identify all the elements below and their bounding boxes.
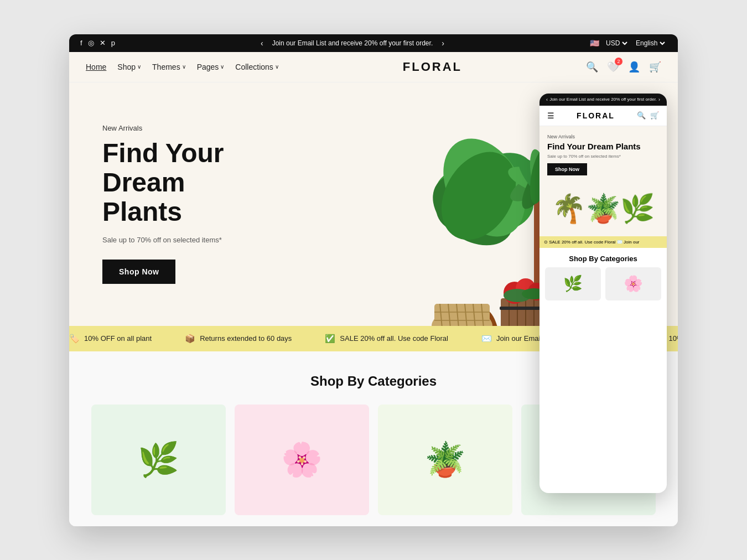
hero-title: Find Your Dream Plants [102,139,268,226]
mobile-categories-title: Shop By Categories [540,248,667,267]
facebook-icon[interactable]: f [80,39,82,47]
announcement-text: Join our Email List and receive 20% off … [272,39,433,47]
scroll-text-2: Returns extended to 60 days [200,334,292,343]
mobile-shop-btn[interactable]: Shop Now [547,163,587,175]
category-card-2[interactable]: 🌸 [235,405,369,515]
wishlist-badge: 2 [615,58,622,65]
category-plant-2: 🌸 [235,405,369,515]
pinterest-icon[interactable]: p [111,39,115,47]
scroll-text-3: SALE 20% off all. Use code Floral [340,334,448,343]
scroll-item-2: 📦 Returns extended to 60 days [185,334,292,344]
nav-item-collections[interactable]: Collections ∨ [235,63,278,71]
chevron-down-icon: ∨ [137,64,141,70]
scroll-text-5: 10% OFF on all plant [668,334,678,343]
mobile-nav-icons: 🔍 🛒 [637,111,659,120]
instagram-icon[interactable]: ◎ [88,39,94,47]
nav-item-themes[interactable]: Themes ∨ [152,63,186,71]
nav-item-pages[interactable]: Pages ∨ [197,63,225,71]
hero-subtitle: Sale up to 70% off on selected items* [102,236,268,244]
email-icon: ✉️ [481,334,492,344]
nav-logo[interactable]: FLORAL [279,60,586,74]
mobile-hero-sub: Sale up to 70% off on selected items* [547,154,659,159]
mobile-announcement-text: Join our Email List and receive 20% off … [548,97,658,102]
announcement-bar: f ◎ ✕ p ‹ Join our Email List and receiv… [69,34,678,52]
mobile-hamburger-icon[interactable]: ☰ [547,111,554,120]
chevron-down-icon: ∨ [275,64,279,70]
social-icons: f ◎ ✕ p [80,39,115,47]
mobile-search-icon[interactable]: 🔍 [637,111,646,120]
mobile-mockup: ‹ Join our Email List and receive 20% of… [540,94,667,493]
mobile-category-grid: 🌿 🌸 [540,267,667,306]
mobile-hero-tag: New Arrivals [547,134,659,139]
flag-icon: 🇺🇸 [590,39,599,48]
chevron-down-icon: ∨ [220,64,224,70]
hero-content: New Arrivals Find Your Dream Plants Sale… [69,91,302,317]
announcement-prev-button[interactable]: ‹ [258,39,266,48]
scroll-item-1: 🏷️ 10% OFF on all plant [69,334,152,344]
nav-item-home[interactable]: Home [86,63,106,71]
mobile-logo: FLORAL [577,111,615,120]
scroll-item-3: ✅ SALE 20% off all. Use code Floral [325,334,448,344]
twitter-icon[interactable]: ✕ [100,39,106,47]
account-icon[interactable]: 👤 [628,61,640,73]
hero-tag: New Arrivals [102,124,268,132]
nav-item-shop[interactable]: Shop ∨ [117,63,141,71]
category-card-1[interactable]: 🌿 [91,405,226,515]
mobile-hero-title: Find Your Dream Plants [547,142,659,152]
announcement-right: 🇺🇸 USD EUR GBP English French [590,39,667,48]
tag-icon: 🏷️ [69,334,80,344]
mobile-scroll-banner: ⊙ SALE 20% off all. Use code Floral ✉️ J… [540,236,667,248]
navbar: Home Shop ∨ Themes ∨ Pages ∨ Collections… [69,52,678,82]
shop-now-button[interactable]: Shop Now [102,260,175,284]
category-plant-3: 🪴 [378,405,512,515]
main-wrapper: New Arrivals Find Your Dream Plants Sale… [69,82,678,526]
announcement-center: ‹ Join our Email List and receive 20% of… [258,39,447,48]
language-select[interactable]: English French [634,39,667,48]
announcement-next-button[interactable]: › [439,39,447,48]
scroll-text-1: 10% OFF on all plant [84,334,152,343]
category-plant-1: 🌿 [91,405,226,515]
category-card-3[interactable]: 🪴 [378,405,512,515]
chevron-down-icon: ∨ [182,64,186,70]
sale-icon: ✅ [325,334,335,344]
mobile-plant-image: 🌴🪴🌿 [540,181,667,236]
nav-left: Home Shop ∨ Themes ∨ Pages ∨ Collections… [86,63,279,71]
box-icon: 📦 [185,334,195,344]
mobile-cat-card-1[interactable]: 🌿 [545,267,601,300]
mobile-announcement-bar: ‹ Join our Email List and receive 20% of… [540,94,667,106]
browser-window: f ◎ ✕ p ‹ Join our Email List and receiv… [69,34,678,526]
mobile-nav: ☰ FLORAL 🔍 🛒 [540,106,667,126]
mobile-hero: New Arrivals Find Your Dream Plants Sale… [540,126,667,181]
wishlist-icon[interactable]: 🤍 2 [607,61,619,73]
mobile-cat-card-2[interactable]: 🌸 [605,267,661,300]
search-icon[interactable]: 🔍 [586,61,598,73]
cart-icon[interactable]: 🛒 [649,61,661,73]
mobile-cart-icon[interactable]: 🛒 [650,111,659,120]
currency-select[interactable]: USD EUR GBP [604,39,629,48]
mobile-next-icon[interactable]: › [658,97,660,102]
nav-right: 🔍 🤍 2 👤 🛒 [586,61,661,73]
